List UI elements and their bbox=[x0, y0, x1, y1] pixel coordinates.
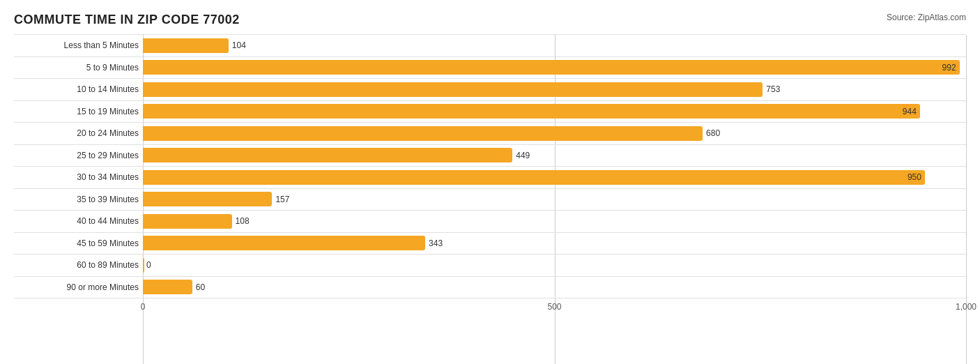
bar-track: 157 bbox=[143, 189, 966, 211]
chart-header: COMMUTE TIME IN ZIP CODE 77002 Source: Z… bbox=[14, 13, 966, 27]
bar-row: 60 to 89 Minutes0 bbox=[14, 255, 966, 277]
bar-track: 343 bbox=[143, 233, 966, 255]
bar-track: 753 bbox=[143, 79, 966, 100]
bar-value-label: 60 bbox=[196, 282, 205, 292]
bar-fill bbox=[143, 104, 920, 119]
bar-label: 25 to 29 Minutes bbox=[14, 151, 143, 160]
bar-row: 20 to 24 Minutes680 bbox=[14, 123, 966, 145]
bar-row: 15 to 19 Minutes944 bbox=[14, 101, 966, 123]
bar-row: 10 to 14 Minutes753 bbox=[14, 79, 966, 101]
bar-value-label: 104 bbox=[232, 40, 246, 50]
bar-label: 10 to 14 Minutes bbox=[14, 84, 143, 94]
bar-row: 45 to 59 Minutes343 bbox=[14, 233, 966, 255]
bar-label: 5 to 9 Minutes bbox=[14, 63, 143, 73]
bar-value-label: 992 bbox=[942, 63, 956, 73]
bar-value-label: 108 bbox=[236, 216, 250, 226]
bar-value-label: 449 bbox=[516, 151, 530, 160]
bar-label: 60 to 89 Minutes bbox=[14, 260, 143, 270]
bar-value-label: 950 bbox=[908, 172, 921, 182]
bar-fill bbox=[143, 258, 144, 273]
bar-value-label: 157 bbox=[275, 195, 289, 204]
x-axis-tick: 1,000 bbox=[956, 302, 977, 312]
bar-track: 108 bbox=[143, 211, 966, 232]
bar-track: 950 bbox=[143, 167, 966, 188]
chart-source: Source: ZipAtlas.com bbox=[887, 13, 966, 22]
chart-container: COMMUTE TIME IN ZIP CODE 77002 Source: Z… bbox=[0, 0, 980, 364]
bar-value-label: 680 bbox=[706, 128, 720, 138]
bar-row: 25 to 29 Minutes449 bbox=[14, 145, 966, 167]
bar-value-label: 0 bbox=[146, 260, 151, 270]
bar-label: 90 or more Minutes bbox=[14, 282, 143, 292]
bar-fill bbox=[143, 280, 192, 294]
bar-label: 30 to 34 Minutes bbox=[14, 172, 143, 182]
bars-area: Less than 5 Minutes1045 to 9 Minutes9921… bbox=[14, 34, 966, 298]
bar-row: Less than 5 Minutes104 bbox=[14, 34, 966, 57]
bar-row: 5 to 9 Minutes992 bbox=[14, 57, 966, 79]
bar-fill bbox=[143, 148, 512, 162]
bar-label: 15 to 19 Minutes bbox=[14, 107, 143, 116]
grid-line bbox=[966, 35, 967, 364]
bar-label: Less than 5 Minutes bbox=[14, 40, 143, 50]
bar-label: 40 to 44 Minutes bbox=[14, 216, 143, 226]
bar-value-label: 343 bbox=[429, 238, 443, 248]
bar-value-label: 753 bbox=[766, 84, 780, 94]
chart-body: Less than 5 Minutes1045 to 9 Minutes9921… bbox=[14, 34, 966, 316]
x-axis-tick: 500 bbox=[547, 302, 561, 312]
bar-track: 680 bbox=[143, 123, 966, 144]
bar-track: 104 bbox=[143, 35, 966, 56]
bar-label: 45 to 59 Minutes bbox=[14, 238, 143, 248]
bar-track: 992 bbox=[143, 57, 966, 79]
x-axis: 05001,000 bbox=[143, 302, 966, 316]
bar-label: 20 to 24 Minutes bbox=[14, 128, 143, 138]
bar-fill bbox=[143, 126, 703, 141]
bar-value-label: 944 bbox=[903, 107, 917, 116]
bar-track: 60 bbox=[143, 277, 966, 298]
chart-title: COMMUTE TIME IN ZIP CODE 77002 bbox=[14, 13, 240, 27]
bar-row: 35 to 39 Minutes157 bbox=[14, 189, 966, 211]
bar-track: 449 bbox=[143, 145, 966, 167]
bar-fill bbox=[143, 38, 229, 53]
bar-fill bbox=[143, 82, 763, 97]
bar-fill bbox=[143, 170, 925, 185]
bar-row: 90 or more Minutes60 bbox=[14, 277, 966, 299]
bar-label: 35 to 39 Minutes bbox=[14, 195, 143, 204]
bar-fill bbox=[143, 214, 232, 229]
bar-track: 0 bbox=[143, 255, 966, 276]
bar-row: 40 to 44 Minutes108 bbox=[14, 211, 966, 233]
bar-fill bbox=[143, 192, 272, 206]
bar-row: 30 to 34 Minutes950 bbox=[14, 167, 966, 189]
bar-fill bbox=[143, 236, 425, 250]
x-axis-tick: 0 bbox=[141, 302, 146, 312]
bar-track: 944 bbox=[143, 101, 966, 123]
bar-fill bbox=[143, 60, 960, 75]
